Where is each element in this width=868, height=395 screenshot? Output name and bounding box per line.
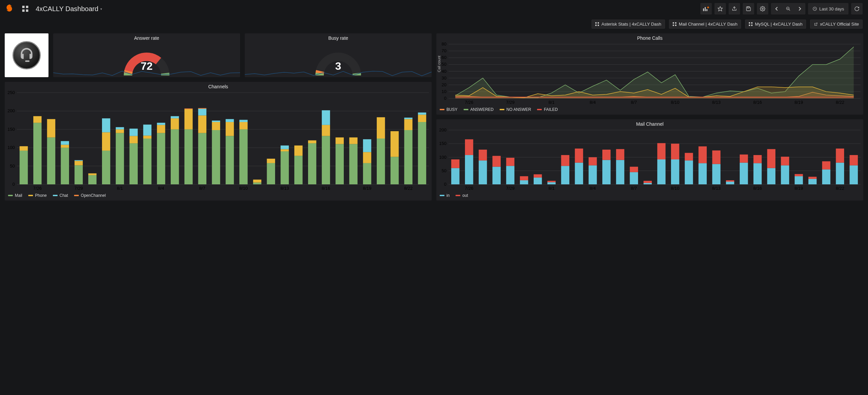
panel-channels[interactable]: Channels 0501001502002507/267/298/18/48/… [5, 82, 432, 200]
svg-text:50: 50 [10, 164, 15, 169]
svg-rect-88 [198, 109, 207, 116]
svg-rect-60 [74, 165, 83, 185]
dashboard-links-row: Asterisk Stats | 4xCALLY Dash Mail Chann… [0, 18, 868, 33]
svg-rect-101 [267, 163, 275, 185]
svg-text:0: 0 [444, 96, 446, 101]
panel-title: Mail Channel [436, 119, 863, 128]
panel-answer-rate[interactable]: Answer rate 72 [53, 33, 240, 77]
svg-rect-18 [595, 25, 597, 26]
svg-text:8/4: 8/4 [158, 186, 164, 191]
svg-rect-28 [25, 60, 30, 62]
dashboards-menu-icon[interactable] [20, 3, 31, 15]
svg-rect-84 [185, 109, 193, 130]
grafana-logo[interactable] [5, 4, 15, 13]
svg-rect-126 [404, 118, 412, 119]
svg-rect-93 [225, 136, 234, 185]
svg-rect-86 [198, 133, 207, 185]
svg-rect-223 [753, 155, 762, 163]
svg-rect-181 [465, 139, 473, 155]
legend-item-mail[interactable]: Mail [8, 193, 22, 198]
svg-rect-92 [212, 121, 220, 122]
legend-item-failed[interactable]: FAILED [537, 107, 558, 112]
time-forward-button[interactable] [794, 3, 805, 15]
svg-rect-68 [116, 133, 124, 185]
time-picker[interactable]: Last 30 days [808, 3, 848, 15]
svg-text:8/13: 8/13 [712, 186, 720, 191]
svg-rect-70 [116, 127, 124, 130]
svg-text:8/10: 8/10 [239, 186, 248, 191]
legend-item-in[interactable]: in [440, 193, 450, 198]
svg-text:7/26: 7/26 [33, 186, 42, 191]
svg-rect-80 [171, 130, 179, 185]
legend-item-noanswer[interactable]: NO ANSWER [500, 107, 531, 112]
svg-rect-62 [74, 160, 83, 161]
svg-rect-227 [781, 157, 789, 166]
link-mail-channel[interactable]: Mail Channel | 4xCALLY Dash [669, 20, 741, 29]
star-button[interactable] [714, 3, 726, 15]
svg-rect-108 [308, 143, 316, 185]
dashboard-grid: Answer rate 72 Busy rate 3 Channels 0501… [0, 33, 868, 210]
svg-rect-180 [465, 155, 473, 185]
headset-icon [18, 47, 35, 64]
svg-text:50: 50 [442, 168, 446, 173]
svg-rect-236 [849, 166, 858, 185]
svg-line-14 [789, 9, 790, 11]
svg-rect-124 [404, 130, 412, 185]
save-button[interactable] [743, 3, 754, 15]
svg-rect-182 [479, 161, 487, 185]
svg-text:250: 250 [7, 91, 15, 95]
svg-rect-72 [130, 136, 138, 143]
svg-text:50: 50 [442, 62, 446, 67]
share-button[interactable] [728, 3, 740, 15]
svg-rect-51 [20, 151, 28, 185]
svg-text:7/26: 7/26 [465, 186, 473, 191]
legend-item-answered[interactable]: ANSWERED [464, 107, 494, 112]
svg-rect-218 [726, 182, 734, 185]
svg-text:10: 10 [442, 89, 446, 94]
zoom-out-button[interactable] [782, 3, 794, 15]
channels-legend: Mail Phone Chat OpenChannel [5, 192, 432, 200]
legend-item-out[interactable]: out [456, 193, 468, 198]
svg-rect-85 [185, 109, 193, 109]
svg-rect-57 [61, 148, 69, 185]
link-label: MySQL | 4xCALLY Dash [755, 22, 802, 27]
svg-rect-91 [212, 122, 220, 130]
add-panel-button[interactable] [700, 3, 712, 15]
right-column: Phone Calls Call count 01020304050607080… [436, 33, 863, 200]
svg-rect-19 [598, 25, 599, 26]
panel-mail-channel[interactable]: Mail Channel 0501001502007/267/298/18/48… [436, 119, 863, 200]
link-mysql[interactable]: MySQL | 4xCALLY Dash [745, 20, 806, 29]
svg-rect-4 [703, 8, 704, 11]
svg-rect-228 [795, 176, 803, 185]
link-official-site[interactable]: xCALLY Official Site [810, 20, 863, 29]
settings-button[interactable] [757, 3, 768, 15]
svg-rect-65 [102, 151, 110, 185]
svg-text:150: 150 [7, 127, 15, 132]
svg-rect-96 [239, 130, 247, 185]
link-label: xCALLY Official Site [820, 22, 859, 27]
panel-phone-calls[interactable]: Phone Calls Call count 01020304050607080… [436, 33, 863, 115]
svg-rect-10 [747, 7, 749, 8]
panel-title: Busy rate [245, 33, 432, 42]
link-label: Mail Channel | 4xCALLY Dash [679, 22, 737, 27]
logo-panel [5, 33, 49, 77]
dashboard-title[interactable]: 4xCALLY Dashboard ▾ [36, 5, 102, 13]
svg-rect-192 [548, 182, 556, 185]
legend-item-chat[interactable]: Chat [53, 193, 68, 198]
svg-rect-207 [644, 181, 651, 183]
svg-rect-74 [143, 139, 151, 185]
legend-item-phone[interactable]: Phone [28, 193, 47, 198]
svg-rect-122 [391, 157, 399, 185]
legend-item-busy[interactable]: BUSY [440, 107, 458, 112]
svg-rect-193 [548, 181, 556, 182]
svg-rect-61 [74, 161, 83, 165]
svg-rect-99 [253, 183, 261, 185]
svg-text:8/10: 8/10 [671, 186, 679, 191]
svg-rect-21 [675, 22, 676, 24]
link-asterisk-stats[interactable]: Asterisk Stats | 4xCALLY Dash [592, 20, 665, 29]
time-back-button[interactable] [771, 3, 782, 15]
refresh-button[interactable] [851, 3, 863, 15]
svg-rect-121 [377, 117, 385, 139]
legend-item-openchannel[interactable]: OpenChannel [74, 193, 106, 198]
panel-busy-rate[interactable]: Busy rate 3 [245, 33, 432, 77]
